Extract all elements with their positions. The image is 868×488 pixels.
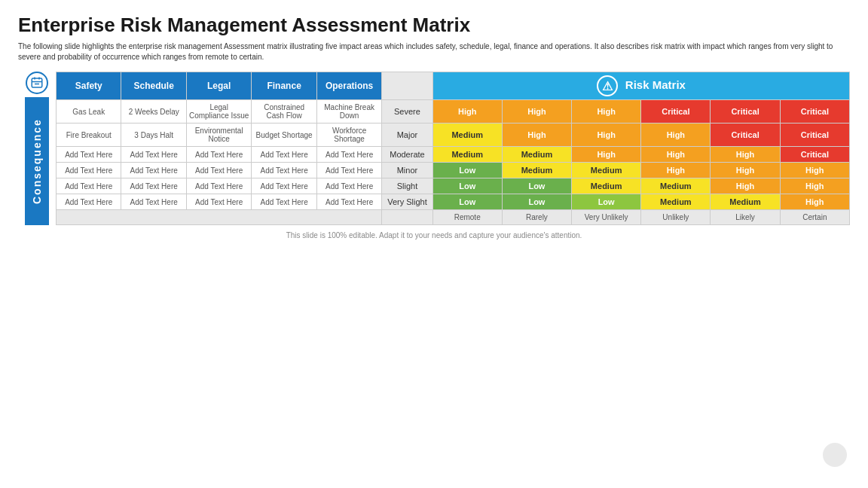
matrix-5-3: Medium bbox=[641, 194, 711, 210]
matrix-1-1: High bbox=[502, 124, 571, 147]
matrix-0-2: High bbox=[572, 100, 641, 124]
matrix-5-4: Medium bbox=[711, 194, 780, 210]
matrix-3-5: High bbox=[780, 163, 849, 178]
cell-safety-2: Add Text Here bbox=[57, 147, 121, 163]
cell-operations-4: Add Text Here bbox=[316, 178, 381, 194]
matrix-5-2: Low bbox=[572, 194, 641, 210]
matrix-2-5: Critical bbox=[780, 147, 849, 163]
col-schedule: Schedule bbox=[121, 72, 186, 100]
cell-finance-5: Add Text Here bbox=[252, 194, 316, 210]
consequence-5: Very Slight bbox=[382, 194, 432, 210]
matrix-4-2: Medium bbox=[572, 178, 641, 194]
prob-label-2: Very Unlikely bbox=[572, 210, 641, 225]
cell-legal-1: Environmental Notice bbox=[186, 124, 251, 147]
cell-operations-2: Add Text Here bbox=[316, 147, 381, 163]
cell-safety-4: Add Text Here bbox=[57, 178, 121, 194]
col-safety: Safety bbox=[57, 72, 121, 100]
cell-finance-0: Constrained Cash Flow bbox=[252, 100, 316, 124]
page-title: Enterprise Risk Management Assessment Ma… bbox=[18, 14, 850, 37]
matrix-1-0: Medium bbox=[432, 124, 502, 147]
cell-finance-4: Add Text Here bbox=[252, 178, 316, 194]
col-finance: Finance bbox=[252, 72, 316, 100]
risk-matrix-header: ⚠ Risk Matrix bbox=[432, 72, 849, 100]
matrix-3-4: High bbox=[711, 163, 780, 178]
prob-label-5: Certain bbox=[780, 210, 849, 225]
cell-safety-0: Gas Leak bbox=[57, 100, 121, 124]
matrix-2-3: High bbox=[641, 147, 711, 163]
svg-rect-0 bbox=[32, 78, 42, 87]
matrix-3-0: Low bbox=[432, 163, 502, 178]
cell-operations-1: Workforce Shortage bbox=[316, 124, 381, 147]
matrix-5-0: Low bbox=[432, 194, 502, 210]
consequence-3: Minor bbox=[382, 163, 432, 178]
cell-schedule-2: Add Text Here bbox=[121, 147, 186, 163]
col-operations: Operations bbox=[316, 72, 381, 100]
matrix-0-4: Critical bbox=[711, 100, 780, 124]
cell-safety-1: Fire Breakout bbox=[57, 124, 121, 147]
matrix-2-4: High bbox=[711, 147, 780, 163]
cell-schedule-5: Add Text Here bbox=[121, 194, 186, 210]
cell-schedule-1: 3 Days Halt bbox=[121, 124, 186, 147]
consequence-1: Major bbox=[382, 124, 432, 147]
matrix-1-5: Critical bbox=[780, 124, 849, 147]
matrix-4-4: High bbox=[711, 178, 780, 194]
matrix-4-3: Medium bbox=[641, 178, 711, 194]
cell-finance-3: Add Text Here bbox=[252, 163, 316, 178]
circle-icon bbox=[26, 72, 48, 94]
matrix-1-3: High bbox=[641, 124, 711, 147]
matrix-0-3: Critical bbox=[641, 100, 711, 124]
matrix-5-1: Low bbox=[502, 194, 571, 210]
matrix-2-2: High bbox=[572, 147, 641, 163]
consequence-2: Moderate bbox=[382, 147, 432, 163]
footer-text: This slide is 100% editable. Adapt it to… bbox=[18, 231, 850, 239]
prob-label-4: Likely bbox=[711, 210, 780, 225]
matrix-3-3: High bbox=[641, 163, 711, 178]
cell-finance-1: Budget Shortage bbox=[252, 124, 316, 147]
col-empty bbox=[382, 72, 432, 100]
matrix-4-0: Low bbox=[432, 178, 502, 194]
matrix-1-4: Critical bbox=[711, 124, 780, 147]
matrix-1-2: High bbox=[572, 124, 641, 147]
cell-operations-5: Add Text Here bbox=[316, 194, 381, 210]
prob-label-3: Unlikely bbox=[641, 210, 711, 225]
cell-legal-5: Add Text Here bbox=[186, 194, 251, 210]
prob-label-1: Rarely bbox=[502, 210, 571, 225]
consequence-label: Consequence bbox=[25, 97, 49, 225]
risk-matrix-table: Safety Schedule Legal Finance Operations… bbox=[56, 72, 850, 225]
cell-schedule-0: 2 Weeks Delay bbox=[121, 100, 186, 124]
cell-operations-0: Machine Break Down bbox=[316, 100, 381, 124]
cell-finance-2: Add Text Here bbox=[252, 147, 316, 163]
consequence-4: Slight bbox=[382, 178, 432, 194]
matrix-4-5: High bbox=[780, 178, 849, 194]
watermark bbox=[823, 443, 847, 467]
matrix-0-5: Critical bbox=[780, 100, 849, 124]
alert-icon: ⚠ bbox=[597, 75, 618, 96]
matrix-3-2: Medium bbox=[572, 163, 641, 178]
matrix-0-1: High bbox=[502, 100, 571, 124]
matrix-5-5: High bbox=[780, 194, 849, 210]
consequence-0: Severe bbox=[382, 100, 432, 124]
matrix-3-1: Medium bbox=[502, 163, 571, 178]
cell-operations-3: Add Text Here bbox=[316, 163, 381, 178]
matrix-2-1: Medium bbox=[502, 147, 571, 163]
matrix-4-1: Low bbox=[502, 178, 571, 194]
matrix-0-0: High bbox=[432, 100, 502, 124]
col-legal: Legal bbox=[186, 72, 251, 100]
cell-legal-2: Add Text Here bbox=[186, 147, 251, 163]
prob-label-0: Remote bbox=[432, 210, 502, 225]
cell-legal-0: Legal Compliance Issue bbox=[186, 100, 251, 124]
cell-safety-3: Add Text Here bbox=[57, 163, 121, 178]
cell-legal-4: Add Text Here bbox=[186, 178, 251, 194]
subtitle-text: The following slide highlights the enter… bbox=[18, 41, 847, 63]
cell-schedule-3: Add Text Here bbox=[121, 163, 186, 178]
cell-safety-5: Add Text Here bbox=[57, 194, 121, 210]
matrix-2-0: Medium bbox=[432, 147, 502, 163]
cell-schedule-4: Add Text Here bbox=[121, 178, 186, 194]
cell-legal-3: Add Text Here bbox=[186, 163, 251, 178]
